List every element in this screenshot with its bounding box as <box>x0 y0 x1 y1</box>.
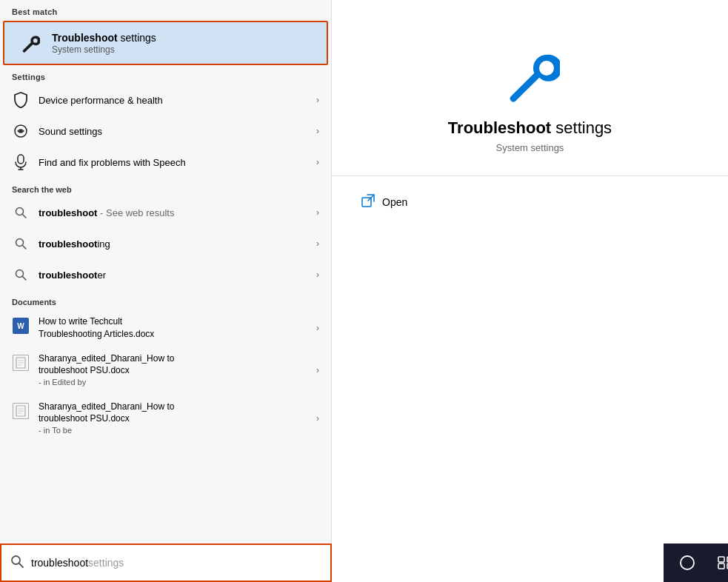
mic-icon <box>12 153 30 171</box>
best-match-item[interactable]: Troubleshoot settings System settings <box>3 21 328 65</box>
search-bar[interactable]: troubleshoot settings <box>0 543 332 582</box>
settings-item-speech[interactable]: Find and fix problems with Speech › <box>0 147 331 178</box>
chevron-icon: › <box>316 207 319 218</box>
open-action[interactable]: Open <box>361 188 698 216</box>
taskbar-search-btn[interactable] <box>669 546 705 579</box>
chevron-icon: › <box>316 323 319 333</box>
doc-icon <box>12 402 30 420</box>
search-bar-hint: settings <box>88 557 124 569</box>
best-match-label: Best match <box>0 0 331 21</box>
svg-point-19 <box>12 556 20 564</box>
taskbar: D <box>664 543 728 582</box>
best-match-title: Troubleshoot settings <box>52 32 156 44</box>
word-icon: W <box>12 317 30 335</box>
svg-line-8 <box>23 246 27 250</box>
web-item-label-2: troubleshooting <box>39 238 316 250</box>
svg-rect-24 <box>718 557 724 562</box>
doc-text-2: Sharanya_edited_Dharani_How to troublesh… <box>39 352 316 389</box>
doc-text-3: Sharanya_edited_Dharani_How to troublesh… <box>39 401 316 437</box>
chevron-icon: › <box>316 365 319 375</box>
web-item-troubleshoot[interactable]: troubleshoot - See web results › <box>0 197 331 228</box>
search-panel: Best match Troubleshoot settings System … <box>0 0 332 582</box>
search-icon <box>12 204 30 221</box>
chevron-icon: › <box>316 238 319 249</box>
chevron-icon: › <box>316 95 319 105</box>
right-panel-top: Troubleshoot settings System settings <box>332 0 728 176</box>
doc-item-1[interactable]: W How to write Techcult Troubleshooting … <box>0 310 331 347</box>
right-panel: Troubleshoot settings System settings Op… <box>332 0 728 582</box>
search-bar-icon <box>10 555 24 571</box>
settings-item-device[interactable]: Device performance & health › <box>0 84 331 116</box>
sound-icon <box>12 122 30 140</box>
doc-text-1: How to write Techcult Troubleshooting Ar… <box>39 315 316 341</box>
doc-item-2[interactable]: Sharanya_edited_Dharani_How to troublesh… <box>0 347 331 395</box>
chevron-icon: › <box>316 413 319 424</box>
web-item-troubleshooter[interactable]: troubleshooter › <box>0 259 331 290</box>
shield-icon <box>12 91 30 109</box>
right-panel-actions: Open <box>332 176 728 228</box>
search-icon <box>12 266 30 284</box>
right-panel-title: Troubleshoot settings <box>448 118 612 138</box>
svg-line-10 <box>23 277 27 281</box>
sound-item-label: Sound settings <box>39 126 316 137</box>
wrench-icon <box>16 30 43 56</box>
chevron-icon: › <box>316 157 319 167</box>
settings-section-label: Settings <box>0 65 331 84</box>
svg-point-1 <box>19 130 22 133</box>
doc-icon <box>12 354 30 372</box>
svg-rect-26 <box>718 563 724 569</box>
chevron-icon: › <box>316 126 319 136</box>
search-bar-value: troubleshoot <box>31 557 88 569</box>
doc-item-3[interactable]: Sharanya_edited_Dharani_How to troublesh… <box>0 395 331 443</box>
web-section-label: Search the web <box>0 178 331 197</box>
web-item-troubleshooting[interactable]: troubleshooting › <box>0 228 331 259</box>
device-item-label: Device performance & health <box>39 95 316 106</box>
speech-item-label: Find and fix problems with Speech <box>39 157 316 168</box>
svg-point-23 <box>681 556 694 569</box>
settings-item-sound[interactable]: Sound settings › <box>0 116 331 147</box>
best-match-text: Troubleshoot settings System settings <box>52 32 156 55</box>
chevron-icon: › <box>316 270 319 280</box>
right-panel-subtitle: System settings <box>496 142 564 153</box>
svg-line-6 <box>23 215 27 218</box>
docs-section-label: Documents <box>0 290 331 310</box>
taskbar-taskview-btn[interactable] <box>708 546 728 579</box>
open-label: Open <box>382 196 407 208</box>
svg-rect-2 <box>18 155 24 164</box>
best-match-subtitle: System settings <box>52 44 156 55</box>
open-icon <box>361 194 375 210</box>
web-item-label-1: troubleshoot - See web results <box>39 207 316 218</box>
search-icon <box>12 235 30 252</box>
right-panel-wrench-icon <box>501 44 560 104</box>
web-item-label-3: troubleshooter <box>39 270 316 281</box>
svg-line-20 <box>19 563 23 567</box>
